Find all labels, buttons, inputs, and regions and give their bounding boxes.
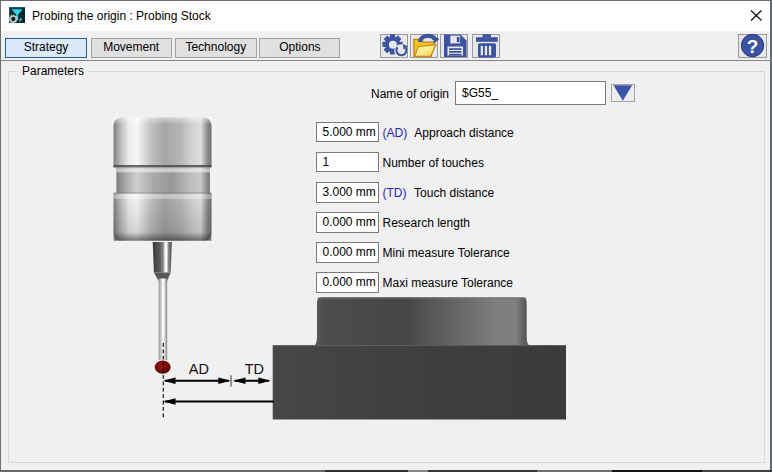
svg-text:?: ? [747, 36, 759, 57]
svg-text:AD: AD [189, 361, 209, 377]
svg-text:TD: TD [245, 361, 264, 377]
